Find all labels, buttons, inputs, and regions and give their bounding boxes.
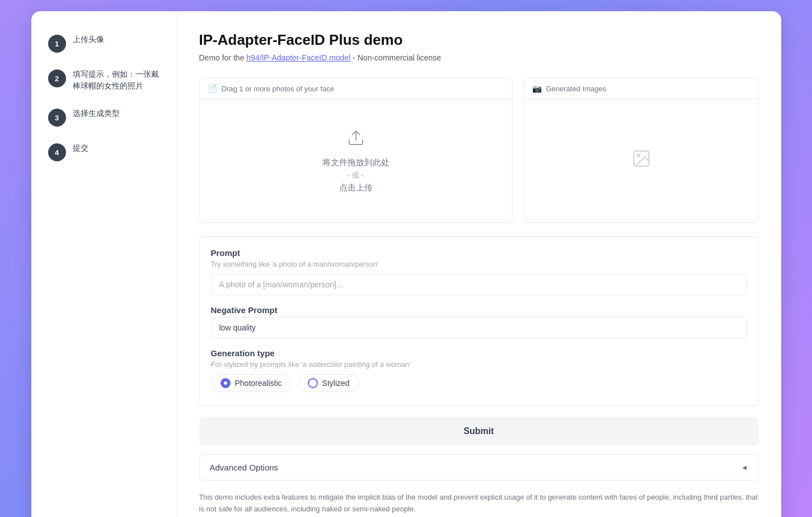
advanced-options-label: Advanced Options: [210, 463, 279, 472]
generation-type-field: Generation type For stylized try prompts…: [211, 348, 747, 392]
upload-panel-header: 📄 Drag 1 or more photos of your face: [200, 78, 512, 99]
click-upload-text: 点击上传: [339, 183, 373, 193]
page-title: IP-Adapter-FaceID Plus demo: [199, 31, 759, 49]
generated-body: [524, 99, 758, 222]
drag-text: 将文件拖放到此处: [322, 157, 389, 168]
subtitle-suffix: - Non-commercial license: [350, 53, 441, 62]
generated-panel-header: 📷 Generated Images: [524, 78, 758, 99]
upload-panel[interactable]: 📄 Drag 1 or more photos of your face 将文件…: [199, 78, 513, 223]
two-col-panels: 📄 Drag 1 or more photos of your face 将文件…: [199, 78, 759, 223]
prompt-input[interactable]: [211, 274, 747, 295]
radio-photorealistic-label: Photorealistic: [235, 379, 282, 388]
radio-group: Photorealistic Stylized: [211, 374, 747, 392]
upload-dropzone[interactable]: 将文件拖放到此处 - 或 - 点击上传: [200, 99, 512, 222]
step-1-label: 上传头像: [73, 34, 104, 45]
step-3-circle: 3: [48, 109, 66, 127]
step-2-label: 填写提示，例如：一张戴棒球帽的女性的照片: [73, 68, 159, 92]
step-1: 1 上传头像: [48, 34, 159, 53]
step-4-label: 提交: [73, 142, 88, 154]
advanced-options-arrow: ◄: [741, 463, 748, 472]
file-icon: 📄: [208, 84, 217, 93]
svg-point-2: [637, 155, 640, 157]
disclaimer-text: This demo includes extra features to mit…: [199, 492, 759, 515]
prompt-field: Prompt Try something like 'a photo of a …: [211, 248, 747, 305]
negative-prompt-field: Negative Prompt: [211, 305, 747, 338]
step-3-label: 选择生成类型: [73, 108, 120, 119]
prompt-hint: Try something like 'a photo of a man/wom…: [211, 260, 747, 268]
step-4-circle: 4: [48, 143, 66, 161]
generated-header-label: Generated Images: [546, 85, 607, 93]
sidebar: 1 上传头像 2 填写提示，例如：一张戴棒球帽的女性的照片 3 选择生成类型 4…: [31, 11, 177, 517]
page-subtitle: Demo for the h94/IP-Adapter-FaceID model…: [199, 53, 759, 62]
app-container: 1 上传头像 2 填写提示，例如：一张戴棒球帽的女性的照片 3 选择生成类型 4…: [31, 11, 781, 517]
negative-prompt-input[interactable]: [211, 317, 747, 338]
step-3: 3 选择生成类型: [48, 108, 159, 127]
step-4: 4 提交: [48, 142, 159, 161]
negative-prompt-label: Negative Prompt: [211, 305, 747, 315]
advanced-options-toggle[interactable]: Advanced Options ◄: [199, 454, 759, 481]
or-text: - 或 -: [348, 170, 364, 180]
radio-stylized-circle: [308, 378, 318, 388]
radio-photorealistic-circle: [220, 378, 231, 388]
radio-stylized[interactable]: Stylized: [298, 374, 359, 392]
main-content: IP-Adapter-FaceID Plus demo Demo for the…: [177, 11, 781, 517]
form-section: Prompt Try something like 'a photo of a …: [199, 236, 759, 406]
generation-type-hint: For stylized try prompts like 'a waterco…: [211, 360, 747, 369]
radio-stylized-label: Stylized: [322, 379, 350, 388]
image-header-icon: 📷: [532, 84, 542, 93]
radio-photorealistic[interactable]: Photorealistic: [211, 374, 292, 392]
step-1-circle: 1: [48, 35, 66, 53]
prompt-label: Prompt: [211, 248, 747, 258]
generated-panel: 📷 Generated Images: [524, 78, 759, 223]
step-2-circle: 2: [48, 69, 66, 87]
generation-type-label: Generation type: [211, 348, 747, 358]
image-placeholder-icon: [631, 148, 651, 173]
upload-icon: [347, 129, 365, 151]
submit-button[interactable]: Submit: [199, 417, 759, 445]
step-2: 2 填写提示，例如：一张戴棒球帽的女性的照片: [48, 68, 159, 92]
subtitle-text: Demo for the: [199, 53, 247, 62]
subtitle-link[interactable]: h94/IP-Adapter-FaceID model: [246, 53, 350, 62]
upload-header-label: Drag 1 or more photos of your face: [222, 85, 335, 93]
